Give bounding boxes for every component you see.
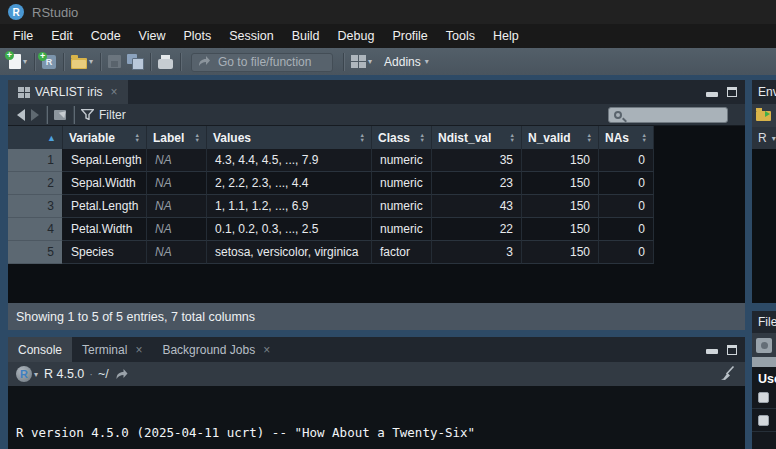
maximize-pane-icon[interactable]: [727, 87, 737, 97]
minimize-pane-icon[interactable]: [706, 349, 718, 354]
clear-console-broom-icon[interactable]: [718, 366, 735, 382]
new-project-icon: R+: [42, 55, 56, 69]
cell-label: NA: [147, 241, 207, 264]
panes-layout-button[interactable]: ▾: [348, 50, 375, 74]
file-list-item[interactable]: [752, 386, 776, 409]
menu-item-file[interactable]: File: [4, 24, 42, 48]
new-file-button[interactable]: + ▾: [6, 50, 30, 74]
table-row: 1 Sepal.Length NA 4.3, 4.4, 4.5, ..., 7.…: [8, 149, 745, 172]
row-number: 5: [8, 241, 63, 264]
tab-varlist-iris[interactable]: VARLIST iris ×: [8, 80, 128, 104]
cell-nas: 0: [599, 149, 654, 172]
files-tab-label: Files: [758, 315, 776, 329]
open-file-button[interactable]: ▾: [68, 50, 96, 74]
sort-toggle-icon[interactable]: ▲▼: [510, 133, 515, 143]
row-number: 1: [8, 149, 63, 172]
column-header-ndist-val[interactable]: Ndist_val▲▼: [432, 126, 522, 149]
tab-terminal[interactable]: Terminal ×: [72, 337, 152, 362]
sort-toggle-icon[interactable]: ▲▼: [587, 133, 592, 143]
cell-nas: 0: [599, 172, 654, 195]
entries-summary: Showing 1 to 5 of 5 entries, 7 total col…: [16, 310, 255, 324]
menu-item-tools[interactable]: Tools: [437, 24, 484, 48]
tab-background-jobs[interactable]: Background Jobs ×: [152, 337, 280, 362]
menu-item-edit[interactable]: Edit: [42, 24, 82, 48]
viewer-search-box: [608, 107, 728, 123]
file-checkbox[interactable]: [758, 415, 769, 426]
file-checkbox[interactable]: [758, 392, 769, 403]
cell-variable: Petal.Length: [63, 195, 147, 218]
goto-file-function-input[interactable]: [191, 53, 333, 72]
title-bar: R RStudio: [0, 0, 776, 24]
menu-item-view[interactable]: View: [130, 24, 175, 48]
tab-files[interactable]: Files: [752, 311, 776, 333]
sort-toggle-icon[interactable]: ▲▼: [135, 133, 140, 143]
cell-ndist-val: 23: [432, 172, 522, 195]
cell-values: 0.1, 0.2, 0.3, ..., 2.5: [207, 218, 372, 241]
save-button[interactable]: [105, 50, 124, 74]
sort-toggle-icon[interactable]: ▲▼: [360, 133, 365, 143]
environment-content: [752, 149, 776, 303]
cell-variable: Species: [63, 241, 147, 264]
cell-class: numeric: [372, 195, 432, 218]
viewer-search-input[interactable]: [622, 109, 727, 121]
tab-console[interactable]: Console: [8, 337, 72, 362]
cell-label: NA: [147, 172, 207, 195]
close-icon[interactable]: ×: [263, 343, 270, 357]
file-list-item[interactable]: [752, 409, 776, 432]
menu-item-build[interactable]: Build: [283, 24, 329, 48]
sort-toggle-icon[interactable]: ▲▼: [642, 133, 647, 143]
toolbar-divider: [150, 53, 151, 71]
environment-selector[interactable]: R ▾: [752, 127, 776, 149]
chevron-down-icon[interactable]: ▾: [34, 370, 38, 379]
toolbar-divider: [34, 53, 35, 71]
menu-item-plots[interactable]: Plots: [174, 24, 220, 48]
viewer-status-bar: Showing 1 to 5 of 5 entries, 7 total col…: [8, 303, 745, 330]
chevron-down-icon: ▾: [425, 57, 429, 66]
menu-item-code[interactable]: Code: [82, 24, 130, 48]
menu-item-profile[interactable]: Profile: [383, 24, 436, 48]
chevron-down-icon: ▾: [772, 134, 776, 143]
row-number-header[interactable]: ▲: [8, 126, 63, 149]
terminal-tab-label: Terminal: [82, 343, 127, 357]
save-all-button[interactable]: [124, 50, 146, 74]
column-header-values[interactable]: Values▲▼: [207, 126, 372, 149]
new-folder-button-icon[interactable]: [756, 338, 772, 353]
files-toolbar: [752, 333, 776, 357]
menu-item-session[interactable]: Session: [220, 24, 282, 48]
close-icon[interactable]: ×: [135, 343, 142, 357]
toolbar-divider: [73, 106, 74, 124]
viewer-tab-label: VARLIST iris: [35, 85, 103, 99]
column-header-class[interactable]: Class▲▼: [372, 126, 432, 149]
forward-button[interactable]: [28, 103, 42, 127]
tab-environment[interactable]: Environment: [752, 80, 776, 104]
cell-nas: 0: [599, 195, 654, 218]
column-header-variable[interactable]: Variable▲▼: [63, 126, 147, 149]
filter-button[interactable]: Filter: [78, 103, 129, 127]
print-button[interactable]: [155, 50, 176, 74]
cell-ndist-val: 43: [432, 195, 522, 218]
minimize-pane-icon[interactable]: [706, 92, 718, 97]
sort-toggle-icon[interactable]: ▲▼: [420, 133, 425, 143]
back-button[interactable]: [14, 103, 28, 127]
sort-toggle-icon[interactable]: ▲▼: [195, 133, 200, 143]
column-header-n-valid[interactable]: N_valid▲▼: [522, 126, 599, 149]
cell-variable: Sepal.Width: [63, 172, 147, 195]
cell-variable: Petal.Width: [63, 218, 147, 241]
cell-label: NA: [147, 149, 207, 172]
maximize-pane-icon[interactable]: [727, 345, 737, 355]
cell-variable: Sepal.Length: [63, 149, 147, 172]
column-header-label[interactable]: Label▲▼: [147, 126, 207, 149]
sort-ascending-icon: ▲: [47, 133, 56, 143]
addins-button[interactable]: Addins ▾: [375, 50, 432, 74]
menu-item-debug[interactable]: Debug: [329, 24, 384, 48]
search-icon: [614, 111, 622, 119]
open-dir-arrow-icon[interactable]: [115, 369, 128, 380]
cell-n-valid: 150: [522, 149, 599, 172]
column-header-nas[interactable]: NAs▲▼: [599, 126, 654, 149]
load-workspace-folder-icon[interactable]: [756, 111, 771, 121]
close-icon[interactable]: ×: [111, 85, 118, 99]
menu-item-help[interactable]: Help: [484, 24, 528, 48]
new-project-button[interactable]: R+: [39, 50, 59, 74]
cell-label: NA: [147, 195, 207, 218]
open-in-new-window-button[interactable]: [51, 103, 69, 127]
